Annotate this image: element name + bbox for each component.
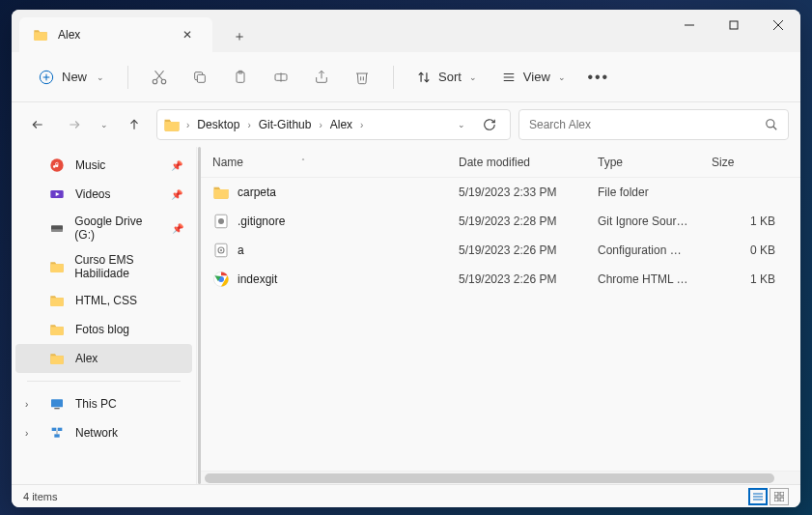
chevron-down-icon: ⌄ [97,72,104,82]
thumbnails-view-button[interactable] [770,488,789,505]
tab-close-button[interactable]: ✕ [176,23,199,46]
file-size: 1 KB [700,215,800,228]
sidebar-item-html-css[interactable]: HTML, CSS [12,286,196,315]
file-date: 5/19/2023 2:26 PM [447,272,586,286]
svg-rect-35 [58,428,63,431]
up-button[interactable] [120,110,149,139]
paste-icon [233,70,248,85]
sidebar-item-label: HTML, CSS [75,294,137,307]
svg-point-25 [767,120,774,128]
breadcrumb-alex[interactable]: Alex [328,114,354,135]
file-row[interactable]: a 5/19/2023 2:26 PM Configuration Sou...… [201,236,800,265]
column-date[interactable]: Date modified [447,156,586,169]
trash-icon [354,70,370,85]
history-dropdown[interactable]: ⌄ [97,116,112,133]
network-icon [48,424,66,442]
search-input[interactable] [529,118,765,131]
folder-icon [163,116,181,133]
copy-button[interactable] [182,60,217,95]
file-name: carpeta [238,186,276,199]
folder-icon [212,184,230,201]
folder-icon [48,292,66,309]
file-date: 5/19/2023 2:26 PM [447,243,586,257]
sidebar-item-label: Fotos blog [75,323,129,336]
column-type[interactable]: Type [586,156,700,169]
svg-rect-51 [780,498,784,501]
chevron-right-icon[interactable]: › [317,120,323,130]
file-list: carpeta 5/19/2023 2:33 PM File folder .g… [201,178,800,471]
search-box[interactable] [518,109,789,140]
file-row[interactable]: indexgit 5/19/2023 2:26 PM Chrome HTML D… [201,265,800,294]
file-row[interactable]: .gitignore 5/19/2023 2:28 PM Git Ignore … [201,207,800,236]
cut-button[interactable] [142,60,177,95]
tab-alex[interactable]: Alex ✕ [19,17,212,52]
file-date: 5/19/2023 2:28 PM [447,215,586,228]
view-label: View [523,70,550,84]
sidebar-item-google-drive[interactable]: Google Drive (G:) 📌 [12,209,196,247]
sidebar-item-music[interactable]: Music 📌 [12,151,196,180]
sidebar-item-label: Alex [75,352,98,365]
more-button[interactable]: ••• [581,60,616,95]
sidebar-item-videos[interactable]: Videos 📌 [12,180,196,209]
paste-button[interactable] [223,60,258,95]
list-icon [753,492,763,501]
close-button[interactable] [756,10,800,41]
details-view-button[interactable] [748,488,768,505]
copy-icon [192,70,208,85]
minimize-button[interactable] [667,10,712,41]
chevron-right-icon[interactable]: › [25,399,28,410]
pin-icon: 📌 [171,160,186,171]
sidebar-item-label: Curso EMS Habilidade [74,253,186,280]
breadcrumb-git-github[interactable]: Git-Github [257,114,314,135]
forward-button[interactable] [60,110,89,139]
chevron-right-icon[interactable]: › [358,120,365,130]
config-icon [212,242,230,259]
chevron-right-icon[interactable]: › [184,120,191,130]
svg-line-26 [773,127,777,130]
new-button[interactable]: New ⌄ [29,64,114,91]
sidebar-item-this-pc[interactable]: › This PC [12,389,196,418]
music-icon [48,157,66,174]
delete-button[interactable] [345,60,379,95]
file-name: .gitignore [238,215,285,228]
chevron-down-icon: ⌄ [558,72,566,82]
maximize-button[interactable] [712,10,756,41]
sidebar-item-network[interactable]: › Network [12,418,196,447]
sidebar-item-curso[interactable]: Curso EMS Habilidade [12,247,196,286]
tab-title: Alex [58,28,166,42]
folder-icon [48,350,66,367]
sidebar: Music 📌 Videos 📌 Google Drive (G:) 📌 Cur… [12,147,197,484]
refresh-button[interactable] [475,109,504,140]
file-type: File folder [586,186,700,199]
sidebar-item-label: Videos [75,187,110,201]
svg-point-42 [220,249,222,251]
file-size: 0 KB [700,243,800,257]
search-icon [765,118,778,131]
new-tab-button[interactable]: ＋ [224,21,255,52]
view-button[interactable]: View ⌄ [492,64,575,90]
address-bar[interactable]: › Desktop › Git-Github › Alex › ⌄ [156,109,511,140]
column-name[interactable]: Name ˄ [201,156,447,169]
back-button[interactable] [23,110,52,139]
sidebar-item-fotos-blog[interactable]: Fotos blog [12,315,196,344]
sort-button[interactable]: Sort ⌄ [407,64,487,90]
breadcrumb-desktop[interactable]: Desktop [195,114,241,135]
sidebar-item-alex[interactable]: Alex [15,344,192,373]
sidebar-splitter[interactable] [197,147,201,484]
share-button[interactable] [304,60,339,95]
file-name: indexgit [238,272,277,286]
column-size[interactable]: Size [700,156,800,169]
view-icon [502,71,516,84]
chevron-down-icon: ⌄ [469,72,477,82]
svg-rect-1 [730,21,738,29]
pin-icon: 📌 [172,223,186,234]
chevron-right-icon[interactable]: › [25,428,28,439]
file-row[interactable]: carpeta 5/19/2023 2:33 PM File folder [201,178,800,207]
sidebar-item-label: Music [75,158,105,172]
rename-icon [273,70,289,85]
svg-rect-32 [51,399,63,407]
rename-button[interactable] [264,60,298,95]
address-dropdown[interactable]: ⌄ [452,114,471,135]
chevron-right-icon[interactable]: › [245,120,252,130]
horizontal-scrollbar[interactable] [201,471,800,484]
